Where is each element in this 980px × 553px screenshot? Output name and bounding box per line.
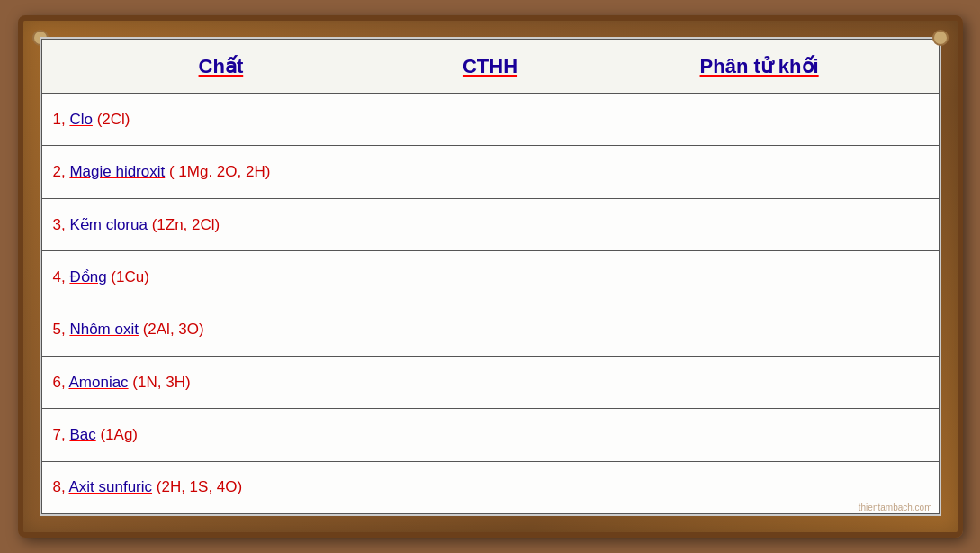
header-phantukhoi: Phân tử khối [580, 40, 939, 94]
row-3-phantukhoi [580, 198, 939, 250]
row-6-cthh [400, 356, 580, 408]
row-8-cthh [400, 461, 580, 513]
row-3-cthh [400, 198, 580, 250]
watermark: thientambach.com [859, 503, 932, 512]
row-2-phantukhoi [580, 146, 939, 198]
row-2-cthh [400, 146, 580, 198]
row-7-chat: 7, Bac (1Ag) [41, 409, 400, 461]
header-chat: Chất [41, 40, 400, 94]
board-frame: Chất CTHH Phân tử khối 1, Clo (2Cl)2, Ma… [18, 15, 963, 538]
table-row: 4, Đồng (1Cu) [41, 251, 939, 304]
main-table: Chất CTHH Phân tử khối 1, Clo (2Cl)2, Ma… [41, 39, 940, 514]
row-1-phantukhoi [580, 94, 939, 146]
header-cthh: CTHH [400, 40, 580, 94]
row-1-cthh [400, 94, 580, 146]
row-4-cthh [400, 251, 580, 304]
row-5-phantukhoi [580, 304, 939, 356]
row-1-chat: 1, Clo (2Cl) [41, 94, 400, 146]
table-row: 6, Amoniac (1N, 3H) [41, 356, 939, 408]
row-7-cthh [400, 409, 580, 461]
row-6-phantukhoi [580, 356, 939, 408]
table-row: 8, Axit sunfuric (2H, 1S, 4O) [41, 461, 939, 513]
row-6-chat: 6, Amoniac (1N, 3H) [41, 356, 400, 408]
row-8-chat: 8, Axit sunfuric (2H, 1S, 4O) [41, 461, 400, 513]
board-inner: Chất CTHH Phân tử khối 1, Clo (2Cl)2, Ma… [40, 37, 941, 516]
table-row: 7, Bac (1Ag) [41, 409, 939, 461]
row-5-cthh [400, 304, 580, 356]
row-3-chat: 3, Kẽm clorua (1Zn, 2Cl) [41, 198, 400, 250]
table-row: 2, Magie hidroxit ( 1Mg. 2O, 2H) [41, 146, 939, 198]
row-5-chat: 5, Nhôm oxit (2Al, 3O) [41, 304, 400, 356]
row-4-phantukhoi [580, 251, 939, 304]
row-7-phantukhoi [580, 409, 939, 461]
row-4-chat: 4, Đồng (1Cu) [41, 251, 400, 304]
table-row: 5, Nhôm oxit (2Al, 3O) [41, 304, 939, 356]
row-2-chat: 2, Magie hidroxit ( 1Mg. 2O, 2H) [41, 146, 400, 198]
table-row: 3, Kẽm clorua (1Zn, 2Cl) [41, 198, 939, 250]
table-row: 1, Clo (2Cl) [41, 94, 939, 146]
